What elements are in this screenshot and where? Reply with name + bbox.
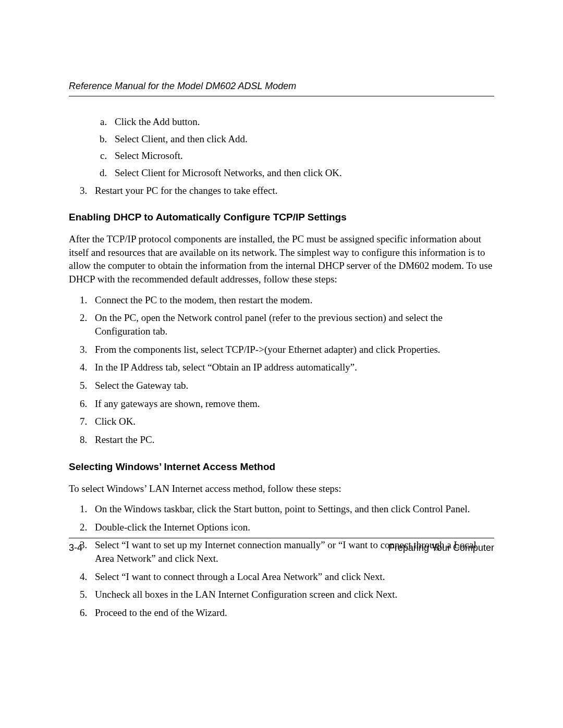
continued-numbered-list: Restart your PC for the changes to take … bbox=[69, 184, 494, 198]
list-item: Proceed to the end of the Wizard. bbox=[90, 606, 494, 620]
running-header: Reference Manual for the Model DM602 ADS… bbox=[69, 81, 494, 96]
list-item: On the Windows taskbar, click the Start … bbox=[90, 502, 494, 516]
list-item: Connect the PC to the modem, then restar… bbox=[90, 293, 494, 307]
list-item: If any gateways are shown, remove them. bbox=[90, 397, 494, 411]
list-item: Restart the PC. bbox=[90, 433, 494, 447]
list-item: Click OK. bbox=[90, 415, 494, 428]
section-heading-internet-access: Selecting Windows’ Internet Access Metho… bbox=[69, 461, 494, 473]
list-item: Select “I want to connect through a Loca… bbox=[90, 570, 494, 584]
list-item: Select Client, and then click Add. bbox=[109, 132, 494, 146]
page-number: 3-4 bbox=[69, 542, 82, 553]
list-item: Select Client for Microsoft Networks, an… bbox=[109, 166, 494, 180]
page-footer: 3-4 Preparing Your Computer bbox=[69, 538, 494, 553]
list-item: Uncheck all boxes in the LAN Internet Co… bbox=[90, 588, 494, 601]
footer-section-title: Preparing Your Computer bbox=[388, 542, 494, 553]
body-paragraph: To select Windows’ LAN Internet access m… bbox=[69, 482, 494, 496]
list-item: Click the Add button. bbox=[109, 115, 494, 129]
list-item: On the PC, open the Network control pane… bbox=[90, 311, 494, 338]
dhcp-steps-list: Connect the PC to the modem, then restar… bbox=[69, 293, 494, 447]
list-item: In the IP Address tab, select “Obtain an… bbox=[90, 361, 494, 374]
body-paragraph: After the TCP/IP protocol components are… bbox=[69, 232, 494, 286]
sub-step-list: Click the Add button. Select Client, and… bbox=[69, 115, 494, 180]
list-item: Select Microsoft. bbox=[109, 149, 494, 163]
internet-access-steps-list: On the Windows taskbar, click the Start … bbox=[69, 502, 494, 619]
list-item: Double-click the Internet Options icon. bbox=[90, 521, 494, 534]
document-page: Reference Manual for the Model DM602 ADS… bbox=[0, 0, 563, 620]
list-item: Restart your PC for the changes to take … bbox=[90, 184, 494, 198]
section-heading-dhcp: Enabling DHCP to Automatically Configure… bbox=[69, 212, 494, 223]
list-item: From the components list, select TCP/IP-… bbox=[90, 343, 494, 356]
list-item: Select the Gateway tab. bbox=[90, 379, 494, 392]
